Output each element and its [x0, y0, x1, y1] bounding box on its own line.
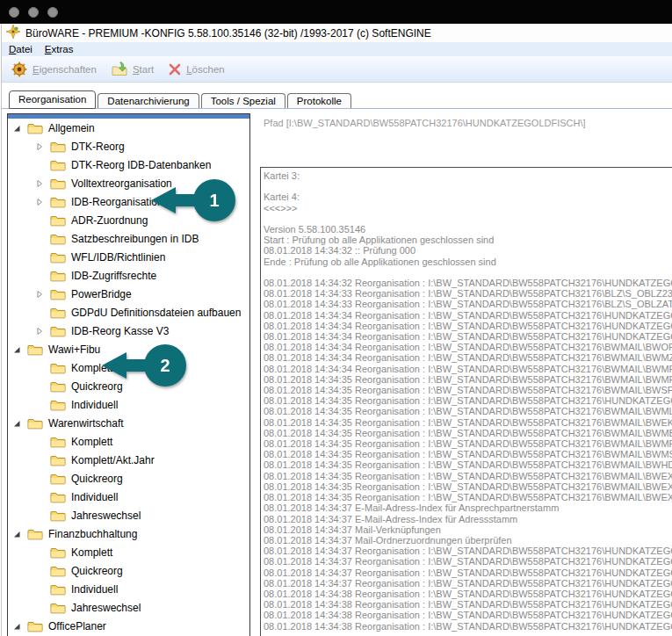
- tree-item[interactable]: Jahreswechsel: [8, 598, 249, 617]
- folder-icon: [50, 546, 66, 559]
- toolbar: Eigenschaften Start Löschen: [2, 56, 672, 83]
- properties-gear-icon: [11, 61, 28, 78]
- chrome-bar: [0, 0, 672, 24]
- tree-expanded-toggle-icon[interactable]: [11, 419, 22, 428]
- tree-item-label: Quickreorg: [71, 473, 123, 485]
- tree-item-label: Komplett/Akt.Jahr: [71, 454, 155, 466]
- tree-collapsed-toggle-icon[interactable]: [34, 142, 45, 151]
- start-button[interactable]: Start: [111, 61, 154, 78]
- menu-item-datei[interactable]: Datei: [9, 44, 33, 54]
- tree-collapsed-toggle-icon[interactable]: [34, 179, 45, 188]
- path-label: Pfad [I:\BW_STANDARD\BW558PATCH32176\HUN…: [264, 118, 586, 128]
- callout-2: 2: [100, 342, 232, 389]
- tree-item[interactable]: WFL/IDB/Richtlinien: [8, 248, 249, 266]
- tree-item-label: Jahreswechsel: [71, 602, 141, 614]
- tree-item[interactable]: GDPdU Definitionsdateien aufbauen: [8, 303, 249, 322]
- tree-item[interactable]: Jahreswechsel: [8, 506, 249, 524]
- tree-item[interactable]: DTK-Reorg IDB-Datenbanken: [8, 155, 249, 174]
- tree-item-label: WFL/IDB/Richtlinien: [71, 251, 165, 264]
- menu-item-extras[interactable]: Extras: [45, 44, 74, 54]
- tree-item-label: Jahreswechsel: [71, 510, 141, 522]
- folder-icon: [27, 343, 43, 356]
- folder-icon: [50, 177, 66, 190]
- log-box[interactable]: Kartei 3: Kartei 4: <<<>>> Version 5.58.…: [260, 167, 672, 636]
- folder-icon: [50, 141, 66, 153]
- app-icon: [6, 25, 20, 41]
- tree-item-label: DTK-Reorg: [71, 141, 125, 153]
- folder-icon: [50, 602, 66, 614]
- tree-item[interactable]: Individuell: [8, 488, 249, 506]
- folder-icon: [27, 528, 43, 540]
- tree-item-label: Individuell: [71, 399, 118, 411]
- folder-icon: [50, 288, 66, 300]
- callout-2-number: 2: [160, 356, 170, 375]
- tree-item[interactable]: Individuell: [8, 395, 249, 414]
- tree-collapsed-toggle-icon[interactable]: [34, 198, 45, 206]
- tree-item[interactable]: Komplett/Akt.Jahr: [8, 451, 249, 469]
- tree-item[interactable]: Allgemein: [8, 119, 249, 137]
- folder-icon: [27, 417, 43, 430]
- tab-tools-spezial[interactable]: Tools / Spezial: [201, 93, 285, 108]
- tree-item[interactable]: DTK-Reorg: [8, 137, 249, 155]
- tree-item-label: Satzbeschreibungen in IDB: [71, 233, 199, 245]
- tree-item[interactable]: OfficePlaner: [8, 617, 249, 635]
- folder-icon: [50, 325, 66, 337]
- delete-x-icon: [168, 62, 182, 76]
- eigenschaften-button[interactable]: Eigenschaften: [11, 61, 97, 78]
- tree-item-label: ADR-Zuordnung: [71, 214, 148, 227]
- tree-item[interactable]: Komplett: [8, 432, 249, 451]
- tree-item[interactable]: Quickreorg: [8, 469, 249, 488]
- folder-icon: [50, 159, 66, 171]
- tree-item-label: Individuell: [71, 491, 118, 503]
- window-close-icon[interactable]: [9, 7, 19, 18]
- tab-protokolle[interactable]: Protokolle: [287, 93, 351, 108]
- folder-icon: [27, 620, 43, 632]
- tree-item-label: GDPdU Definitionsdateien aufbauen: [71, 307, 241, 319]
- window-minimize-icon[interactable]: [28, 7, 39, 18]
- tree-item[interactable]: Individuell: [8, 580, 249, 598]
- folder-icon: [50, 399, 66, 411]
- tree-item[interactable]: Warenwirtschaft: [8, 414, 249, 432]
- title-bar: BüroWARE - PREMIUM -KONFIG 5.58.100.3514…: [2, 24, 672, 42]
- folder-icon: [50, 233, 66, 245]
- eigenschaften-label: Eigenschaften: [33, 64, 97, 75]
- callout-1-number: 1: [209, 191, 219, 210]
- tree-item-label: Finanzbuchhaltung: [48, 528, 137, 540]
- tree-item[interactable]: Finanzbuchhaltung: [8, 524, 249, 543]
- tree-item[interactable]: Satzbeschreibungen in IDB: [8, 229, 249, 248]
- tree-expanded-toggle-icon[interactable]: [11, 345, 22, 354]
- tab-bar: ReorganisationDatenarchivierungTools / S…: [2, 90, 672, 109]
- tree-item[interactable]: Komplett: [8, 543, 249, 561]
- window-title: BüroWARE - PREMIUM -KONFIG 5.58.100.3514…: [25, 27, 431, 40]
- menu-bar: Datei Extras: [2, 42, 672, 56]
- tree-item-label: IDB-Reorg Kasse V3: [71, 325, 169, 337]
- tree-item[interactable]: IDB-Reorg Kasse V3: [8, 322, 249, 340]
- folder-icon: [50, 251, 66, 264]
- start-label: Start: [133, 64, 154, 75]
- folder-icon: [50, 454, 66, 466]
- tree-item-label: Komplett: [71, 436, 112, 448]
- folder-icon: [50, 491, 66, 503]
- tree-collapsed-toggle-icon[interactable]: [34, 327, 45, 336]
- tree-item[interactable]: PowerBridge: [8, 285, 249, 303]
- tree-collapsed-toggle-icon[interactable]: [34, 290, 45, 299]
- tree-item-label: Warenwirtschaft: [48, 417, 124, 430]
- tree-item[interactable]: IDB-Zugriffsrechte: [8, 266, 249, 285]
- tree-expanded-toggle-icon[interactable]: [11, 124, 22, 133]
- window-zoom-icon[interactable]: [47, 7, 58, 18]
- window-left-edge: [1, 24, 2, 636]
- tree-expanded-toggle-icon[interactable]: [11, 622, 22, 631]
- tree-item-label: Komplett: [71, 546, 112, 559]
- tab-datenarchivierung[interactable]: Datenarchivierung: [98, 93, 199, 108]
- loeschen-button[interactable]: Löschen: [168, 62, 225, 76]
- folder-icon: [50, 270, 66, 282]
- folder-icon: [50, 380, 66, 393]
- tree-item-label: DTK-Reorg IDB-Datenbanken: [71, 159, 211, 171]
- tree-expanded-toggle-icon[interactable]: [11, 530, 22, 538]
- loeschen-label: Löschen: [186, 64, 225, 75]
- tab-reorganisation[interactable]: Reorganisation: [9, 90, 96, 109]
- tree-item[interactable]: Quickreorg: [8, 561, 249, 580]
- tree-item-label: Allgemein: [48, 122, 95, 134]
- folder-icon: [50, 473, 66, 485]
- app-window: BüroWARE - PREMIUM -KONFIG 5.58.100.3514…: [0, 0, 672, 636]
